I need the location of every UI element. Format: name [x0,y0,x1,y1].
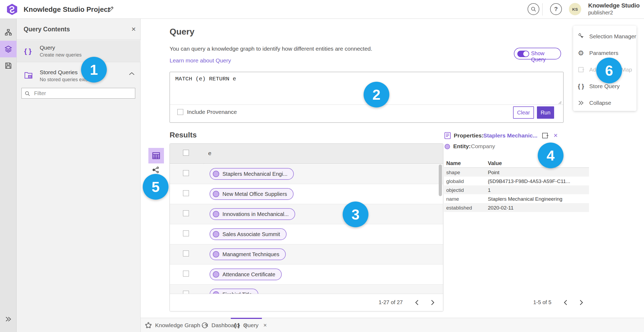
table-icon [152,151,161,160]
panel-header: Query Contents × [17,19,141,40]
close-panel-button[interactable]: × [131,19,136,40]
entity-node-icon [213,191,219,197]
add-to-map-icon[interactable] [541,132,549,139]
entity-chip-label: Sales Associate Summit [222,231,280,237]
prev-page-button[interactable] [415,300,419,305]
properties-panel: Properties: Staplers Mechanic... × Entit… [444,131,589,311]
clear-button[interactable]: Clear [513,106,534,119]
entity-chip[interactable]: Staplers Mechanical Engi... [210,168,294,180]
entity-chip-label: Staplers Mechanical Engi... [222,171,287,177]
user-name: Knowledge Studio [588,2,640,9]
row-checkbox[interactable] [183,210,189,216]
query-text-input[interactable]: MATCH (e) RETURN e [175,76,236,82]
menu-item-collapse[interactable]: Collapse [573,95,636,110]
item-subtitle: Create new queries [40,52,82,58]
braces-icon: { } [234,322,240,329]
table-row[interactable]: Innovations in Mechanical... [170,204,443,224]
expand-rail-button[interactable] [0,311,17,327]
entity-chip-label: Managment Techniques [222,251,279,258]
entity-chip[interactable]: New Metal Office Suppliers [210,188,294,200]
rail-item-save[interactable] [0,57,17,74]
search-button[interactable] [528,3,539,15]
table-scrollbar[interactable] [439,165,442,196]
table-row[interactable]: Staplers Mechanical Engi... [170,164,443,184]
col-name: Name [446,160,461,166]
contents-item-stored-queries[interactable]: Stored Queries No stored queries exist [17,63,141,87]
run-button[interactable]: Run [537,106,554,119]
include-provenance-row[interactable]: Include Provenance [177,109,237,115]
step-badge-6: 6 [596,58,622,83]
bottom-tab-bar: Knowledge Graph × Dashboard × { } Query … [141,318,644,332]
help-button[interactable]: ? [550,3,562,15]
next-page-button[interactable] [431,300,435,305]
item-title: Query [40,44,55,51]
include-provenance-label: Include Provenance [187,109,237,115]
table-row[interactable]: Firebird Title [170,285,443,294]
stored-queries-filter[interactable] [21,88,135,99]
close-properties-button[interactable]: × [554,131,558,140]
knowledge-studio-app: Knowledge Studio Project ? KS Knowledge … [0,0,644,332]
table-view-button[interactable] [148,148,164,163]
close-tab-icon[interactable]: × [263,322,267,329]
dashboard-icon [201,322,208,329]
show-query-label: Show Query [531,50,561,63]
row-checkbox[interactable] [183,230,189,236]
entity-chip[interactable]: Innovations in Mechanical... [210,208,295,220]
table-row[interactable]: Managment Techniques [170,244,443,264]
property-row: name Staplers Mechanical Engineering [444,194,589,203]
rail-item-contents[interactable] [0,41,17,57]
rail-item-link-chart[interactable] [0,24,17,41]
row-checkbox[interactable] [183,170,189,176]
table-row[interactable]: Attendance Certificate [170,264,443,285]
properties-doc-icon [444,132,451,139]
property-value: 1 [488,187,491,193]
select-all-checkbox[interactable] [183,150,189,156]
properties-table: Name Value shape Point globalid {5D9B471… [444,160,589,212]
property-name: globalid [446,178,464,184]
entity-chip[interactable]: Sales Associate Summit [210,228,287,240]
top-bar: Knowledge Studio Project ? KS Knowledge … [0,0,644,19]
property-row: globalid {5D9B4713-F98D-4A53-A59F-C11... [444,177,589,185]
results-table-body: Staplers Mechanical Engi... New Metal Of… [170,164,443,294]
include-provenance-checkbox[interactable] [177,109,183,115]
user-block[interactable]: Knowledge Studio publisher2 [588,2,640,16]
filter-input[interactable] [34,88,133,98]
table-row[interactable]: New Metal Office Suppliers [170,184,443,204]
menu-item-label: Parameters [589,50,619,56]
entity-label: Entity: [453,143,471,150]
row-checkbox[interactable] [183,271,189,277]
menu-item-selection-manager[interactable]: Selection Manager [573,29,636,44]
table-row[interactable]: Sales Associate Summit [170,224,443,244]
entity-chip-label: New Metal Office Suppliers [222,191,287,197]
user-avatar[interactable]: KS [569,3,581,15]
entity-chip[interactable]: Attendance Certificate [210,268,282,280]
property-name: objectid [446,187,464,193]
query-contents-panel: Query Contents × { } Query Create new qu… [17,19,141,332]
editor-divider [170,105,563,105]
collapse-stored-queries-button[interactable] [129,72,135,76]
property-name: name [446,196,459,202]
entity-node-icon [213,211,219,217]
results-table: e Staplers Mechanical Engi... New Metal … [170,143,443,311]
stored-folder-icon [24,71,33,79]
contents-item-query[interactable]: { } Query Create new queries [17,40,141,62]
edit-title-icon[interactable] [107,6,114,13]
show-query-toggle[interactable]: Show Query [514,48,561,59]
entity-chip-label: Innovations in Mechanical... [222,211,289,217]
user-role: publisher2 [588,9,640,16]
entity-chip[interactable]: Managment Techniques [210,248,286,260]
row-checkbox[interactable] [183,251,189,256]
selection-manager-icon [577,33,584,40]
tab-query-active[interactable]: { } Query × [232,318,269,332]
props-next-page-button[interactable] [579,300,584,305]
learn-more-link[interactable]: Learn more about Query [170,57,231,64]
entity-node-icon [213,171,219,177]
row-checkbox[interactable] [183,190,189,196]
entity-chip[interactable]: Firebird Title [210,289,258,294]
toggle-track[interactable] [517,51,529,57]
link-chart-view-button[interactable] [152,166,160,174]
properties-entity-link[interactable]: Staplers Mechanic... [483,132,537,139]
props-prev-page-button[interactable] [563,300,568,305]
resize-grip[interactable] [558,100,562,104]
link-chart-icon [152,166,160,174]
